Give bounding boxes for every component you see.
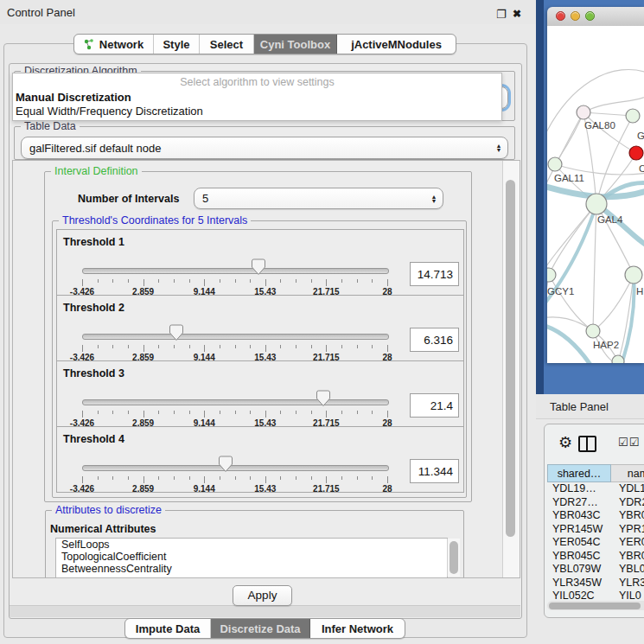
- threshold-slider-track[interactable]: [82, 465, 389, 471]
- tab-network[interactable]: Network: [74, 35, 154, 54]
- algorithm-option[interactable]: Manual Discretization: [16, 91, 131, 104]
- node-gal80[interactable]: [577, 105, 590, 119]
- panel-title: Control Panel: [7, 6, 75, 19]
- bottom-tab-infer-network[interactable]: Infer Network: [310, 619, 405, 638]
- tick-mark: [341, 411, 342, 414]
- threshold-value-field[interactable]: 21.4: [410, 393, 459, 418]
- threshold-slider-thumb[interactable]: [219, 456, 233, 473]
- tab-style[interactable]: Style: [154, 35, 200, 54]
- network-window[interactable]: GAL80GCGAL11GAL4GCY1HHAP2: [547, 7, 644, 363]
- node-partial-top-right[interactable]: [626, 109, 640, 123]
- tick-mark: [82, 345, 83, 352]
- node-gal4[interactable]: [586, 194, 607, 214]
- close-icon[interactable]: ✖: [513, 8, 521, 20]
- threshold-slider-track[interactable]: [82, 399, 389, 405]
- node-partial-bottom[interactable]: [612, 355, 624, 363]
- tick-mark: [143, 345, 144, 352]
- cell-name: YBR0: [611, 509, 644, 523]
- numerical-attributes-list[interactable]: SelfLoopsTopologicalCoefficientBetweenne…: [55, 538, 448, 578]
- cell-name: YER0: [611, 536, 644, 550]
- tick-mark: [128, 279, 129, 283]
- threshold-slider-thumb[interactable]: [316, 390, 330, 407]
- algorithm-option[interactable]: Equal Width/Frequency Discretization: [16, 105, 203, 118]
- attribute-item[interactable]: TopologicalCoefficient: [56, 551, 447, 563]
- threshold-slider-thumb[interactable]: [252, 258, 265, 276]
- spinner-arrows-icon: ▲▼: [425, 194, 443, 203]
- node-partial-right[interactable]: [625, 266, 642, 284]
- network-window-titlebar[interactable]: [547, 7, 644, 27]
- attribute-item[interactable]: BetweennessCentrality: [56, 563, 447, 575]
- tick-mark: [265, 411, 266, 418]
- cell-shared-name: YDL19…: [547, 482, 611, 496]
- bottom-tab-impute-data[interactable]: Impute Data: [125, 619, 211, 638]
- threshold-value-field[interactable]: 14.713: [410, 262, 459, 286]
- split-columns-icon[interactable]: [578, 436, 596, 452]
- tick-mark: [357, 345, 358, 348]
- table-row[interactable]: YBR045CYBR0: [547, 550, 644, 564]
- attribute-item[interactable]: SelfLoops: [56, 539, 447, 551]
- settings-vertical-scrollbar[interactable]: [502, 161, 520, 577]
- column-header-shared-name[interactable]: shared…: [547, 464, 611, 482]
- bottom-tab-bar: Impute DataDiscretize DataInfer Network: [124, 618, 405, 639]
- group-thresholds: Threshold's Coordinates for 5 Intervals …: [52, 220, 467, 498]
- tab-jactivemnodules[interactable]: jActiveMNodules: [337, 35, 456, 54]
- tick-mark: [387, 476, 388, 483]
- tick-mark: [387, 345, 388, 352]
- tick-mark: [143, 411, 144, 418]
- tick-label: 21.715: [313, 484, 340, 494]
- tick-mark: [158, 411, 159, 414]
- cell-name: YPR1: [611, 523, 644, 537]
- checked-columns-icon[interactable]: ☑☑: [618, 436, 640, 449]
- network-canvas[interactable]: GAL80GCGAL11GAL4GCY1HHAP2: [547, 26, 644, 363]
- popup-prompt: Select algorithm to view settings: [13, 76, 501, 88]
- apply-button[interactable]: Apply: [233, 585, 292, 606]
- attributes-list-scrollbar[interactable]: [447, 539, 460, 577]
- close-traffic-light-icon[interactable]: [556, 11, 565, 21]
- bottom-tab-discretize-data[interactable]: Discretize Data: [211, 619, 310, 638]
- node-label: C: [639, 163, 644, 174]
- table-row[interactable]: YBL079WYBL0: [547, 563, 644, 577]
- threshold-slider-track[interactable]: [82, 268, 389, 274]
- table-panel-titlebar: Table Panel: [536, 394, 644, 419]
- table-row[interactable]: YLR345WYLR3: [547, 577, 644, 590]
- tab-cyni-toolbox[interactable]: Cyni Toolbox: [254, 35, 337, 54]
- tick-mark: [372, 345, 373, 348]
- table-data-combobox[interactable]: galFiltered.sif default node ▲▼: [21, 137, 508, 159]
- threshold-value-field[interactable]: 6.316: [410, 328, 459, 352]
- table-horizontal-scrollbar[interactable]: [547, 601, 644, 610]
- threshold-slider-track[interactable]: [82, 334, 389, 340]
- table-row[interactable]: YBR043CYBR0: [547, 509, 644, 523]
- num-intervals-value: 5: [194, 192, 425, 205]
- table-row[interactable]: YPR145WYPR1: [547, 523, 644, 537]
- cell-shared-name: YBR045C: [547, 550, 611, 564]
- tick-mark: [112, 411, 113, 414]
- num-intervals-spinner[interactable]: 5 ▲▼: [194, 188, 443, 209]
- tick-mark: [250, 411, 251, 414]
- tick-mark: [357, 476, 358, 480]
- node-selected-red[interactable]: [629, 146, 643, 160]
- cell-shared-name: YDR27…: [547, 496, 611, 510]
- cell-shared-name: YLR345W: [547, 577, 611, 590]
- node-hap2[interactable]: [586, 324, 600, 338]
- node-attribute-table[interactable]: shared…nameYDL19…YDL1YDR27…YDR2YBR043CYB…: [547, 464, 644, 603]
- tick-mark: [311, 476, 312, 480]
- zoom-traffic-light-icon[interactable]: [585, 11, 595, 21]
- table-row[interactable]: YDL19…YDL1: [547, 482, 644, 496]
- node-label: GAL4: [597, 214, 622, 225]
- table-row[interactable]: YDR27…YDR2: [547, 496, 644, 510]
- node-gal11[interactable]: [548, 157, 562, 171]
- tab-select[interactable]: Select: [200, 35, 254, 54]
- table-row[interactable]: YER054CYER0: [547, 536, 644, 550]
- float-window-icon[interactable]: ❐: [496, 8, 507, 21]
- column-header-name[interactable]: name: [611, 464, 644, 482]
- tick-mark: [387, 411, 388, 418]
- group-title-interval-definition: Interval Definition: [51, 165, 142, 177]
- threshold-value-field[interactable]: 11.344: [410, 459, 459, 483]
- node-gcy1[interactable]: [547, 268, 556, 282]
- gear-icon[interactable]: ⚙: [558, 433, 572, 452]
- minimize-traffic-light-icon[interactable]: [571, 11, 580, 21]
- tick-mark: [158, 279, 159, 283]
- cell-name: YLR3: [611, 577, 644, 590]
- cell-shared-name: YBR043C: [547, 509, 611, 523]
- threshold-slider-thumb[interactable]: [169, 324, 183, 341]
